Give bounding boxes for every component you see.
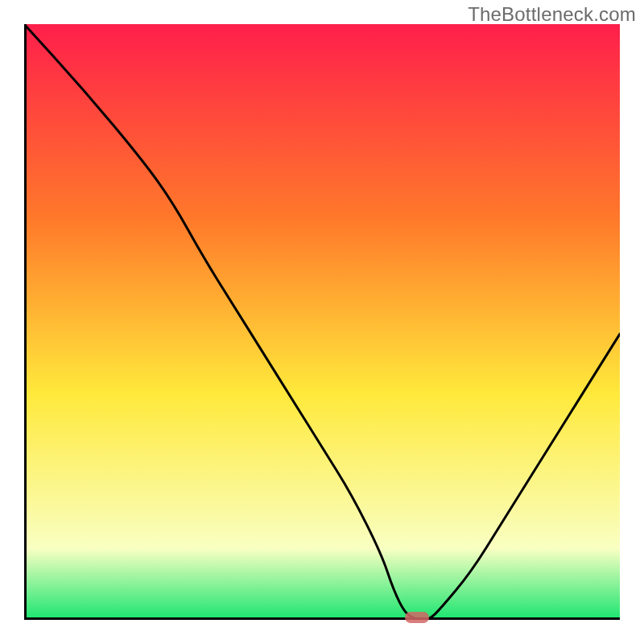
chart-svg (24, 24, 620, 620)
optimal-marker (405, 612, 429, 623)
gradient-background (24, 24, 620, 620)
watermark-text: TheBottleneck.com (468, 3, 636, 26)
chart-plot-area (24, 24, 620, 620)
